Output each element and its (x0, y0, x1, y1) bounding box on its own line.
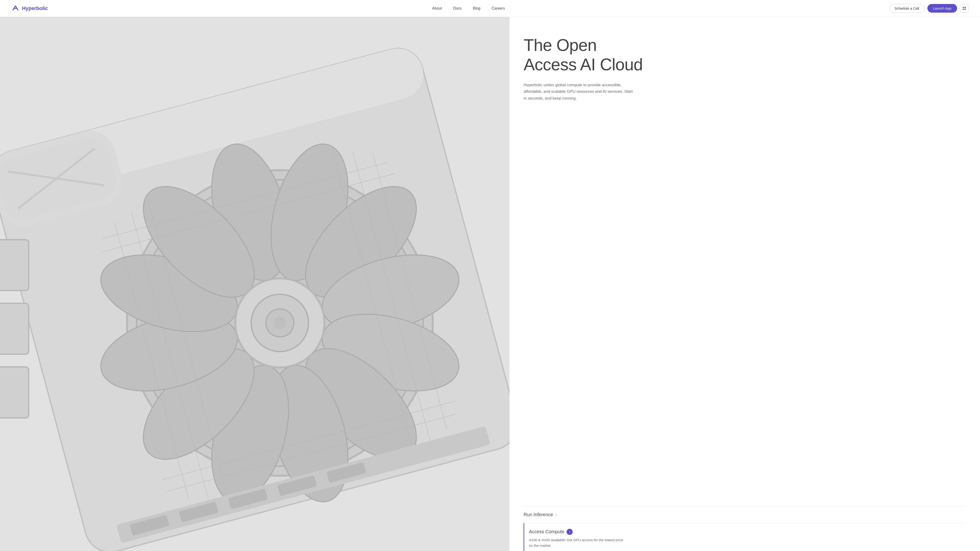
svg-rect-44 (0, 240, 29, 291)
nav-link-about[interactable]: About (432, 6, 442, 10)
hero-top: The Open Access AI Cloud Hyperbolic unit… (523, 35, 965, 497)
grid-dot-1 (963, 7, 964, 8)
grid-dot-2 (964, 7, 966, 8)
feature-links: Run Inference › Access Compute › A100 & … (523, 506, 965, 551)
nav-actions: Schedule a Call Launch App (889, 4, 969, 13)
grid-menu-button[interactable] (960, 4, 969, 13)
feature-run-inference-arrow: › (555, 513, 557, 517)
svg-rect-46 (0, 367, 29, 418)
nav-links: About Docs Blog Careers (432, 6, 505, 11)
nav-item-docs[interactable]: Docs (453, 6, 461, 11)
grid-dot-4 (964, 9, 966, 10)
nav-item-about[interactable]: About (432, 6, 442, 11)
nav-link-careers[interactable]: Careers (492, 6, 505, 10)
grid-dot-3 (963, 9, 964, 10)
hero-content: The Open Access AI Cloud Hyperbolic unit… (509, 17, 980, 551)
feature-run-inference[interactable]: Run Inference › (523, 506, 965, 523)
feature-access-compute-description: A100 & H100 available! Get GPU access fo… (529, 537, 627, 548)
feature-access-compute-badge: › (566, 529, 573, 535)
badge-arrow: › (569, 530, 570, 534)
logo-text: Hyperbolic (22, 5, 48, 11)
logo-link[interactable]: Hyperbolic (11, 4, 48, 13)
hero-title-line1: The Open (523, 36, 597, 54)
hero-image-area (0, 17, 509, 551)
svg-rect-45 (0, 303, 29, 354)
launch-app-button[interactable]: Launch App (928, 4, 957, 13)
nav-link-docs[interactable]: Docs (453, 6, 461, 10)
schedule-call-button[interactable]: Schedule a Call (889, 4, 924, 13)
feature-access-compute-label: Access Compute (529, 529, 564, 534)
hero-section: The Open Access AI Cloud Hyperbolic unit… (0, 17, 980, 551)
hero-title-line2: Access AI Cloud (523, 55, 643, 74)
hero-title: The Open Access AI Cloud (523, 35, 965, 74)
grid-icon (963, 7, 966, 10)
gpu-illustration (0, 17, 509, 551)
nav-item-blog[interactable]: Blog (473, 6, 480, 11)
hero-description: Hyperbolic unites global compute to prov… (523, 82, 636, 102)
feature-access-compute-title: Access Compute › (529, 529, 965, 535)
gpu-visual (0, 17, 509, 551)
feature-run-inference-label: Run Inference (523, 512, 553, 518)
nav-item-careers[interactable]: Careers (492, 6, 505, 11)
feature-run-inference-title: Run Inference › (523, 512, 965, 518)
navbar: Hyperbolic About Docs Blog Careers Sched… (0, 0, 980, 17)
feature-access-compute[interactable]: Access Compute › A100 & H100 available! … (523, 523, 965, 551)
logo-icon (11, 4, 20, 13)
nav-link-blog[interactable]: Blog (473, 6, 480, 10)
